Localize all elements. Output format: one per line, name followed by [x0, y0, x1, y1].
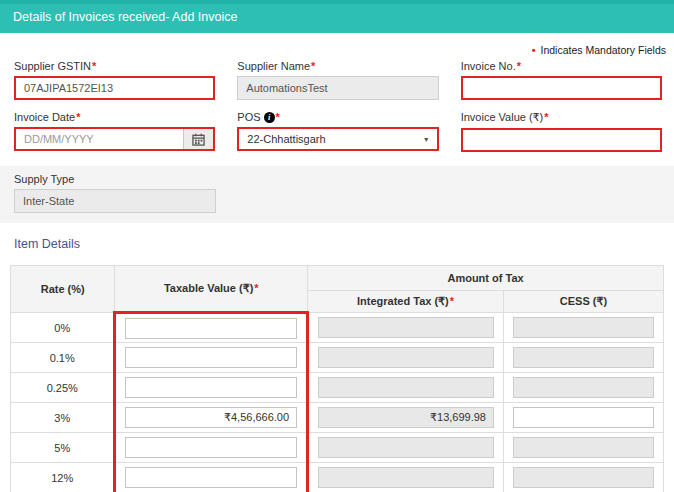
invoice-date-label: Invoice Date* — [14, 111, 215, 123]
invoice-value-field: Invoice Value (₹)* — [461, 111, 662, 152]
integrated-tax-cell — [308, 433, 504, 463]
invoice-value-label: Invoice Value (₹)* — [461, 111, 662, 124]
required-asterisk: * — [450, 295, 454, 307]
pos-label: POSi* — [237, 111, 438, 123]
cess-cell — [503, 373, 663, 403]
taxable-value-input[interactable] — [125, 407, 297, 428]
required-asterisk: * — [276, 111, 280, 123]
rate-column-header: Rate (%) — [11, 266, 115, 313]
mandatory-dot-icon: • — [532, 44, 536, 56]
integrated-tax-input — [318, 407, 494, 428]
supply-type-label: Supply Type — [14, 173, 216, 185]
required-asterisk: * — [544, 111, 548, 123]
invoice-date-group — [14, 127, 215, 151]
cess-cell — [503, 343, 663, 373]
supplier-gstin-field: Supplier GSTIN* — [14, 60, 215, 100]
mandatory-note-text: Indicates Mandatory Fields — [541, 44, 666, 56]
taxable-value-cell — [115, 313, 308, 343]
taxable-value-cell — [115, 463, 308, 492]
integrated-tax-cell — [308, 463, 504, 492]
supply-type-field: Supply Type — [14, 173, 216, 213]
integrated-tax-input — [318, 467, 494, 488]
integrated-tax-input — [318, 347, 494, 368]
calendar-icon — [192, 133, 205, 146]
integrated-tax-column-header: Integrated Tax (₹)* — [308, 291, 504, 313]
taxable-value-input[interactable] — [125, 318, 297, 339]
table-row: 0.1% — [11, 343, 664, 373]
item-table-body: 0% 0.1% 0.25% 3% — [11, 313, 664, 492]
invoice-date-field: Invoice Date* — [14, 111, 215, 152]
amount-of-tax-header: Amount of Tax — [308, 266, 664, 291]
rate-cell: 5% — [11, 433, 115, 463]
pos-field: POSi* 22-Chhattisgarh ▼ — [237, 111, 438, 152]
cess-input — [513, 377, 654, 398]
supplier-name-label: Supplier Name* — [237, 60, 438, 72]
cess-input — [513, 437, 654, 458]
cess-input — [513, 317, 654, 338]
taxable-value-input[interactable] — [125, 377, 297, 398]
cess-column-header: CESS (₹) — [503, 291, 663, 313]
supply-type-input — [14, 189, 216, 213]
required-asterisk: * — [92, 60, 96, 72]
calendar-button[interactable] — [183, 129, 213, 149]
required-asterisk: * — [76, 111, 80, 123]
page-title-bar: Details of Invoices received- Add Invoic… — [0, 0, 674, 33]
integrated-tax-cell — [308, 313, 504, 343]
taxable-value-input[interactable] — [125, 467, 297, 488]
info-icon[interactable]: i — [264, 112, 275, 123]
required-asterisk: * — [311, 60, 315, 72]
table-row: 5% — [11, 433, 664, 463]
integrated-tax-cell — [308, 373, 504, 403]
supply-type-section: Supply Type — [0, 166, 674, 223]
taxable-value-input[interactable] — [125, 347, 297, 368]
table-row: 3% — [11, 403, 664, 433]
chevron-down-icon: ▼ — [423, 136, 430, 143]
cess-input — [513, 347, 654, 368]
cess-cell — [503, 403, 663, 433]
supplier-name-input — [237, 76, 438, 100]
invoice-no-field: Invoice No.* — [461, 60, 662, 100]
invoice-form-row-2: Invoice Date* POSi* 22-Chhattis — [0, 109, 674, 161]
rate-cell: 0% — [11, 313, 115, 343]
integrated-tax-input — [318, 377, 494, 398]
table-row: 12% — [11, 463, 664, 492]
item-details-table: Rate (%) Taxable Value (₹)* Amount of Ta… — [10, 265, 664, 492]
invoice-form-row-1: Supplier GSTIN* Supplier Name* Invoice N… — [0, 58, 674, 109]
integrated-tax-input — [318, 437, 494, 458]
mandatory-note-row: • Indicates Mandatory Fields — [0, 33, 674, 58]
supplier-gstin-input[interactable] — [14, 76, 215, 100]
taxable-value-input[interactable] — [125, 437, 297, 458]
required-asterisk: * — [254, 282, 258, 294]
taxable-value-cell — [115, 403, 308, 433]
pos-selected-value: 22-Chhattisgarh — [247, 133, 325, 145]
integrated-tax-cell — [308, 343, 504, 373]
item-details-heading: Item Details — [0, 223, 674, 261]
invoice-no-label: Invoice No.* — [461, 60, 662, 72]
supplier-gstin-label: Supplier GSTIN* — [14, 60, 215, 72]
cess-input — [513, 467, 654, 488]
rate-cell: 3% — [11, 403, 115, 433]
taxable-value-column-header: Taxable Value (₹)* — [115, 266, 308, 313]
taxable-value-cell — [115, 343, 308, 373]
table-row: 0.25% — [11, 373, 664, 403]
rate-cell: 0.1% — [11, 343, 115, 373]
rate-cell: 12% — [11, 463, 115, 492]
invoice-date-input[interactable] — [16, 129, 183, 149]
cess-input[interactable] — [513, 407, 654, 428]
integrated-tax-input — [318, 317, 494, 338]
taxable-value-cell — [115, 373, 308, 403]
supplier-name-field: Supplier Name* — [237, 60, 438, 100]
required-asterisk: * — [517, 60, 521, 72]
taxable-value-cell — [115, 433, 308, 463]
rate-cell: 0.25% — [11, 373, 115, 403]
table-row: 0% — [11, 313, 664, 343]
integrated-tax-cell — [308, 403, 504, 433]
cess-cell — [503, 313, 663, 343]
page-title: Details of Invoices received- Add Invoic… — [13, 10, 237, 24]
invoice-value-input[interactable] — [461, 128, 662, 152]
cess-cell — [503, 463, 663, 492]
cess-cell — [503, 433, 663, 463]
pos-select[interactable]: 22-Chhattisgarh ▼ — [237, 127, 438, 151]
invoice-no-input[interactable] — [461, 76, 662, 100]
